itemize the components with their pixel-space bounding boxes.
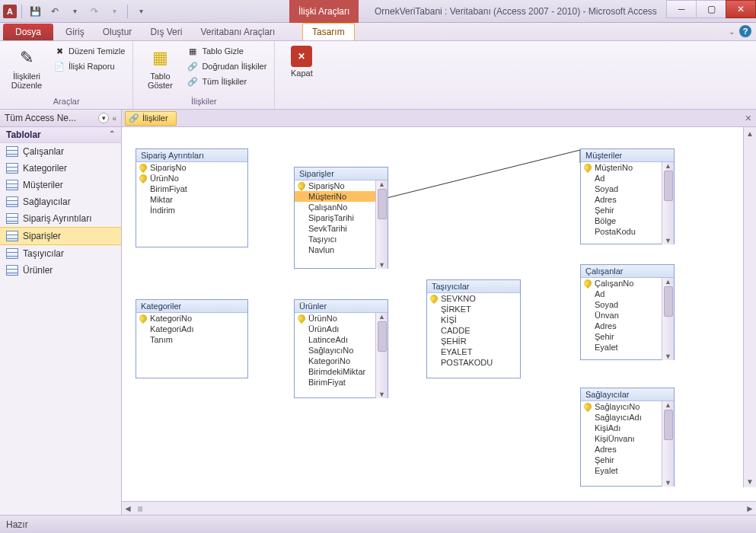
field-Şehir[interactable]: Şehir bbox=[581, 331, 662, 342]
nav-item-sipariş ayrıntıları[interactable]: Sipariş Ayrıntıları bbox=[0, 210, 121, 227]
minimize-ribbon-icon[interactable]: ⌄ bbox=[729, 27, 735, 36]
canvas-vertical-scrollbar[interactable]: ▲ ▼ bbox=[743, 127, 756, 487]
field-SiparişNo[interactable]: SiparişNo bbox=[295, 180, 375, 191]
field-SağlayıcıNo[interactable]: SağlayıcıNo bbox=[295, 345, 375, 356]
table-scrollbar[interactable]: ▲▼ bbox=[375, 180, 388, 269]
table-musteriler[interactable]: MüşterilerMüşteriNoAdSoyadAdresŞehirBölg… bbox=[580, 148, 675, 244]
nav-item-çalışanlar[interactable]: Çalışanlar bbox=[0, 143, 121, 160]
table-header[interactable]: Müşteriler bbox=[581, 149, 674, 162]
nav-item-kategoriler[interactable]: Kategoriler bbox=[0, 160, 121, 177]
field-BirimFiyat[interactable]: BirimFiyat bbox=[295, 377, 375, 388]
table-header[interactable]: Sağlayıcılar bbox=[581, 388, 674, 401]
field-Soyad[interactable]: Soyad bbox=[581, 184, 662, 194]
qat-customize-icon[interactable]: ▾ bbox=[132, 3, 149, 20]
redo-icon[interactable]: ↷ bbox=[86, 3, 103, 20]
field-KategoriAdı[interactable]: KategoriAdı bbox=[136, 324, 247, 334]
table-scrollbar[interactable]: ▲▼ bbox=[662, 278, 674, 360]
table-scrollbar[interactable]: ▲▼ bbox=[662, 401, 674, 487]
table-header[interactable]: Kategoriler bbox=[136, 300, 247, 313]
tab-external-data[interactable]: Dış Veri bbox=[141, 24, 191, 40]
table-saglayicilar[interactable]: SağlayıcılarSağlayıcıNoSağlayıcıAdıKişiA… bbox=[580, 388, 675, 487]
doc-tab-close-icon[interactable]: × bbox=[745, 112, 751, 124]
table-tasiyicilar[interactable]: TaşıyıcılarSEVKNOŞİRKETKİŞİCADDEŞEHİREYA… bbox=[426, 279, 521, 378]
table-kategoriler[interactable]: KategorilerKategoriNoKategoriAdıTanım bbox=[136, 299, 248, 378]
field-ŞİRKET[interactable]: ŞİRKET bbox=[427, 304, 520, 314]
all-relationships-button[interactable]: 🔗 Tüm İlişkiler bbox=[185, 75, 268, 88]
field-Navlun[interactable]: Navlun bbox=[295, 244, 375, 255]
field-SevkTarihi[interactable]: SevkTarihi bbox=[295, 223, 375, 234]
field-Tanım[interactable]: Tanım bbox=[136, 334, 247, 345]
field-Şehir[interactable]: Şehir bbox=[581, 205, 662, 215]
field-CADDE[interactable]: CADDE bbox=[427, 325, 520, 336]
field-KategoriNo[interactable]: KategoriNo bbox=[136, 313, 247, 324]
help-icon[interactable]: ? bbox=[739, 25, 751, 37]
table-header[interactable]: Çalışanlar bbox=[581, 265, 674, 278]
app-icon[interactable]: A bbox=[3, 5, 17, 18]
tab-database-tools[interactable]: Veritabanı Araçları bbox=[191, 24, 284, 40]
nav-collapse-icon[interactable]: « bbox=[112, 114, 116, 123]
redo-dropdown-icon[interactable]: ▾ bbox=[106, 3, 123, 20]
table-header[interactable]: Sipariş Ayrıntıları bbox=[136, 149, 247, 162]
nav-item-müşteriler[interactable]: Müşteriler bbox=[0, 177, 121, 193]
field-KategoriNo[interactable]: KategoriNo bbox=[295, 356, 375, 366]
nav-item-ürünler[interactable]: Ürünler bbox=[0, 262, 121, 279]
field-PostaKodu[interactable]: PostaKodu bbox=[581, 226, 662, 237]
field-ÇalışanNo[interactable]: ÇalışanNo bbox=[581, 278, 662, 289]
field-Taşıyıcı[interactable]: Taşıyıcı bbox=[295, 234, 375, 244]
nav-item-siparişler[interactable]: Siparişler bbox=[0, 227, 121, 245]
field-Şehir[interactable]: Şehir bbox=[581, 455, 662, 465]
table-header[interactable]: Ürünler bbox=[295, 300, 388, 313]
tab-home[interactable]: Giriş bbox=[56, 24, 94, 40]
field-MüşteriNo[interactable]: MüşteriNo bbox=[581, 162, 662, 173]
scroll-up-icon[interactable]: ▲ bbox=[744, 127, 756, 139]
minimize-button[interactable]: ─ bbox=[666, 0, 697, 18]
field-Ünvan[interactable]: Ünvan bbox=[581, 310, 662, 321]
show-table-button[interactable]: ▦ Tablo Göster bbox=[139, 44, 180, 91]
table-header[interactable]: Taşıyıcılar bbox=[427, 280, 520, 293]
nav-header[interactable]: Tüm Access Ne... ▾ « bbox=[0, 110, 121, 127]
table-scrollbar[interactable]: ▲▼ bbox=[662, 162, 674, 244]
field-Eyalet[interactable]: Eyalet bbox=[581, 342, 662, 353]
field-Miktar[interactable]: Miktar bbox=[136, 194, 247, 205]
field-MüşteriNo[interactable]: MüşteriNo bbox=[295, 191, 375, 202]
scroll-down-icon[interactable]: ▼ bbox=[744, 475, 756, 487]
table-urunler[interactable]: ÜrünlerÜrünNoÜrünAdıLatinceAdıSağlayıcıN… bbox=[294, 299, 388, 398]
field-SağlayıcıAdı[interactable]: SağlayıcıAdı bbox=[581, 412, 662, 423]
field-KişiAdı[interactable]: KişiAdı bbox=[581, 423, 662, 433]
field-ÜrünNo[interactable]: ÜrünNo bbox=[295, 313, 375, 324]
field-KİŞİ[interactable]: KİŞİ bbox=[427, 314, 520, 325]
field-SağlayıcıNo[interactable]: SağlayıcıNo bbox=[581, 401, 662, 412]
field-LatinceAdı[interactable]: LatinceAdı bbox=[295, 334, 375, 345]
field-Ad[interactable]: Ad bbox=[581, 289, 662, 299]
field-ÜrünNo[interactable]: ÜrünNo bbox=[136, 173, 247, 184]
nav-item-taşıyıcılar[interactable]: Taşıyıcılar bbox=[0, 245, 121, 262]
scroll-left-icon[interactable]: ◄ bbox=[122, 503, 134, 514]
field-Adres[interactable]: Adres bbox=[581, 321, 662, 331]
tab-design[interactable]: Tasarım bbox=[302, 23, 355, 40]
field-SiparişTarihi[interactable]: SiparişTarihi bbox=[295, 212, 375, 223]
close-button[interactable]: ✕ bbox=[726, 0, 756, 18]
field-POSTAKODU[interactable]: POSTAKODU bbox=[427, 357, 520, 368]
nav-item-sağlayıcılar[interactable]: Sağlayıcılar bbox=[0, 193, 121, 210]
nav-filter-dropdown-icon[interactable]: ▾ bbox=[98, 113, 109, 123]
table-header[interactable]: Siparişler bbox=[295, 168, 388, 180]
hide-table-button[interactable]: ▦ Tablo Gizle bbox=[185, 44, 268, 58]
field-Eyalet[interactable]: Eyalet bbox=[581, 465, 662, 476]
edit-relationships-button[interactable]: ✎ İlişkileri Düzenle bbox=[6, 44, 47, 91]
close-relationships-button[interactable]: ✕ Kapat bbox=[281, 44, 322, 79]
scroll-left-step-icon[interactable]: ||| bbox=[134, 505, 146, 512]
maximize-button[interactable]: ▢ bbox=[696, 0, 726, 18]
nav-group-tables[interactable]: Tablolar ⌃ bbox=[0, 127, 121, 143]
tab-create[interactable]: Oluştur bbox=[94, 24, 142, 40]
field-Bölge[interactable]: Bölge bbox=[581, 215, 662, 226]
undo-dropdown-icon[interactable]: ▾ bbox=[66, 3, 83, 20]
field-SiparişNo[interactable]: SiparişNo bbox=[136, 162, 247, 173]
scroll-right-icon[interactable]: ► bbox=[744, 503, 756, 514]
clear-layout-button[interactable]: ✖ Düzeni Temizle bbox=[52, 44, 126, 58]
field-İndirim[interactable]: İndirim bbox=[136, 205, 247, 215]
file-tab[interactable]: Dosya bbox=[3, 24, 53, 40]
direct-relationships-button[interactable]: 🔗 Doğrudan İlişkiler bbox=[185, 59, 268, 73]
field-Ad[interactable]: Ad bbox=[581, 173, 662, 184]
field-Soyad[interactable]: Soyad bbox=[581, 299, 662, 310]
save-icon[interactable]: 💾 bbox=[27, 3, 43, 20]
